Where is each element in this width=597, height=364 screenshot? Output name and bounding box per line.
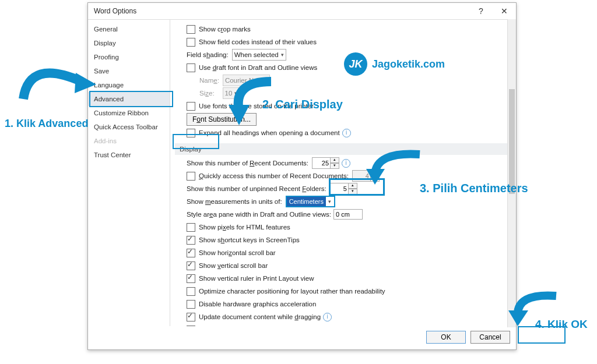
logo-badge: JK bbox=[344, 52, 367, 76]
checkbox-expand-headings[interactable] bbox=[187, 129, 195, 137]
label-pixels-html: Show pixels for HTML features bbox=[199, 224, 290, 231]
spinner-recent-docs[interactable]: ▴▾ bbox=[312, 157, 339, 169]
spinner-recent-folders[interactable]: ▴▾ bbox=[330, 183, 357, 195]
annotation-text-1: 1. Klik Advanced bbox=[5, 118, 88, 130]
svg-marker-3 bbox=[508, 310, 528, 326]
checkbox-horizontal-scrollbar[interactable] bbox=[187, 249, 195, 257]
input-style-pane-width[interactable] bbox=[333, 209, 363, 220]
sidebar-item-quick-access-toolbar[interactable]: Quick Access Toolbar bbox=[88, 120, 170, 134]
checkbox-disable-hw[interactable] bbox=[187, 300, 195, 309]
checkbox-quick-recent[interactable] bbox=[187, 172, 195, 181]
annotation-arrow-2 bbox=[216, 76, 280, 128]
help-button[interactable]: ? bbox=[469, 3, 493, 19]
label-recent-folders: Show this number of unpinned Recent Fold… bbox=[187, 185, 326, 192]
annotation-arrow-4 bbox=[505, 291, 563, 329]
checkbox-printer-fonts[interactable] bbox=[187, 102, 195, 111]
info-icon[interactable]: i bbox=[323, 313, 332, 321]
info-icon[interactable]: i bbox=[342, 159, 350, 168]
label-measurements: Show measurements in units of: bbox=[187, 198, 282, 205]
sidebar-item-general[interactable]: General bbox=[88, 22, 170, 36]
checkbox-field-codes[interactable] bbox=[187, 38, 195, 47]
checkbox-vertical-scrollbar[interactable] bbox=[187, 261, 195, 270]
annotation-text-3: 3. Pilih Centimeters bbox=[420, 182, 528, 195]
section-header-display: Display bbox=[175, 143, 509, 155]
checkbox-subpixel[interactable] bbox=[187, 326, 195, 327]
close-button[interactable]: ✕ bbox=[493, 3, 516, 19]
sidebar-item-addins[interactable]: Add-ins bbox=[88, 134, 170, 148]
logo-text: Jagoketik.com bbox=[372, 58, 445, 70]
label-draft-font: Use draft font in Draft and Outline view… bbox=[199, 64, 317, 71]
checkbox-draft-font[interactable] bbox=[187, 63, 195, 72]
label-update-drag: Update document content while dragging bbox=[199, 313, 321, 320]
cancel-button[interactable]: Cancel bbox=[470, 331, 510, 344]
label-style-pane: Style area pane width in Draft and Outli… bbox=[187, 211, 331, 218]
label-field-codes: Show field codes instead of their values bbox=[199, 38, 317, 45]
watermark-logo: JK Jagoketik.com bbox=[344, 52, 445, 76]
label-vertical-scrollbar: Show vertical scroll bar bbox=[199, 262, 268, 269]
svg-marker-1 bbox=[229, 105, 250, 125]
label-crop-marks: Show crop marks bbox=[199, 26, 251, 33]
label-vertical-ruler: Show vertical ruler in Print Layout view bbox=[199, 275, 314, 282]
info-icon[interactable]: i bbox=[342, 129, 351, 137]
word-options-dialog: Word Options ? ✕ General Display Proofin… bbox=[87, 2, 517, 350]
vertical-scrollbar[interactable] bbox=[507, 19, 516, 327]
annotation-arrow-3 bbox=[364, 149, 429, 189]
ok-button[interactable]: OK bbox=[426, 331, 466, 344]
label-horizontal-scrollbar: Show horizontal scroll bar bbox=[199, 249, 276, 256]
label-shortcut-keys: Show shortcut keys in ScreenTips bbox=[199, 236, 300, 243]
label-font-size: Size: bbox=[199, 90, 215, 97]
checkbox-vertical-ruler[interactable] bbox=[187, 274, 195, 283]
dropdown-measurements[interactable]: Centimeters▾ bbox=[286, 196, 335, 207]
checkbox-shortcut-keys[interactable] bbox=[187, 236, 195, 245]
title-bar: Word Options ? ✕ bbox=[88, 3, 516, 20]
label-disable-hw: Disable hardware graphics acceleration bbox=[199, 301, 316, 308]
annotation-arrow-1 bbox=[17, 52, 105, 111]
label-recent-docs: Show this number of Recent Documents: bbox=[187, 160, 308, 167]
dialog-title: Word Options bbox=[94, 3, 136, 19]
svg-marker-0 bbox=[75, 73, 96, 93]
dropdown-field-shading[interactable]: When selected▾ bbox=[232, 49, 286, 61]
content-panel: Show crop marks Show field codes instead… bbox=[170, 20, 516, 326]
label-quick-recent: Quickly access this number of Recent Doc… bbox=[199, 172, 349, 179]
label-optimize-char: Optimize character positioning for layou… bbox=[199, 288, 385, 295]
checkbox-crop-marks[interactable] bbox=[187, 25, 195, 34]
sidebar-item-trust-center[interactable]: Trust Center bbox=[88, 148, 170, 162]
dialog-button-row: OK Cancel bbox=[426, 331, 510, 344]
label-field-shading: Field shading: bbox=[187, 51, 229, 58]
checkbox-pixels-html[interactable] bbox=[187, 223, 195, 232]
svg-marker-2 bbox=[366, 169, 385, 185]
checkbox-update-drag[interactable] bbox=[187, 313, 195, 321]
checkbox-optimize-char[interactable] bbox=[187, 287, 195, 296]
sidebar-item-display[interactable]: Display bbox=[88, 36, 170, 50]
label-expand-headings: Expand all headings when opening a docum… bbox=[199, 129, 340, 136]
